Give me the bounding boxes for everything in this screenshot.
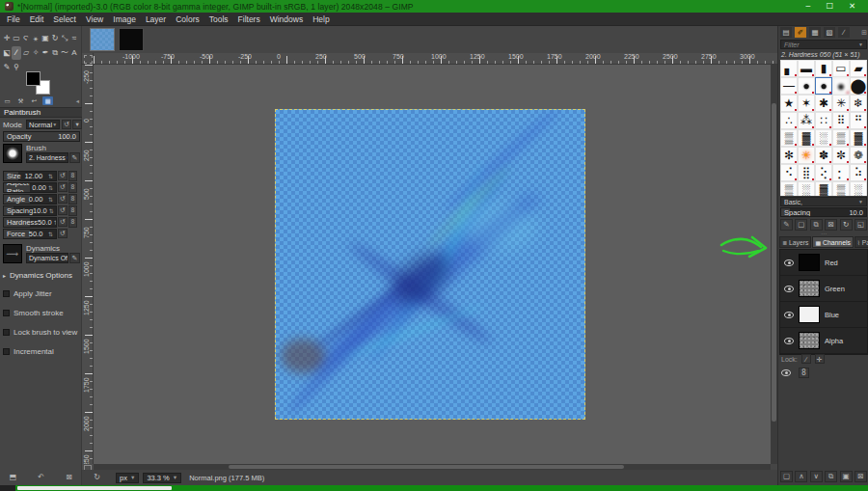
menu-layer[interactable]: Layer [141, 14, 171, 24]
brush-cell-19[interactable]: ⠛ [850, 112, 867, 129]
spinner-icon[interactable]: ⇅ [48, 196, 53, 203]
bucket-fill-tool[interactable]: ⬕ [2, 46, 12, 60]
brush-cell-39[interactable]: ░ [850, 181, 867, 196]
menu-filters[interactable]: Filters [233, 14, 265, 24]
zoom-tool[interactable]: ⚲ [12, 61, 21, 74]
undo-history-tab-icon[interactable]: ↩ [29, 96, 40, 105]
brush-cell-10[interactable]: ★ [780, 95, 798, 112]
dockable-menu-icon[interactable]: ⊞ [861, 29, 867, 37]
text-tool[interactable]: A [69, 46, 79, 60]
brush-cell-7[interactable]: ● [815, 77, 832, 95]
lower-channel-button[interactable]: ∨ [810, 471, 823, 482]
menu-select[interactable]: Select [48, 14, 81, 24]
chain-icon[interactable]: 8 [799, 368, 809, 378]
ruler-corner-button[interactable] [82, 53, 94, 65]
minimize-button[interactable]: – [806, 0, 811, 13]
brush-cell-8[interactable]: ● [832, 77, 850, 95]
channel-row-green[interactable]: Green [780, 276, 867, 302]
slider-spacing[interactable]: Spacing10.0⇅ [3, 205, 57, 216]
brush-cell-2[interactable]: ▮ [815, 60, 832, 77]
brush-cell-16[interactable]: ⁂ [798, 112, 815, 129]
tab-paths[interactable]: ⌇Paths [854, 236, 868, 248]
dock-menu-icon[interactable]: ◂ [76, 97, 79, 105]
patterns-dock-icon[interactable]: ▦ [809, 27, 821, 38]
transform-tool[interactable]: ↻ [50, 32, 60, 45]
reset-icon[interactable]: ↺ [58, 171, 68, 180]
reset-icon[interactable]: ↺ [58, 229, 68, 238]
restore-tool-preset-button[interactable]: ↶ [36, 472, 46, 482]
spinner-icon[interactable]: ⇅ [54, 219, 57, 226]
brush-cell-31[interactable]: ⣿ [798, 164, 815, 181]
crop-tool[interactable]: ▣ [41, 32, 50, 45]
brush-cell-4[interactable]: ▰ [850, 60, 867, 77]
reset-icon[interactable]: ↺ [58, 217, 68, 227]
brush-cell-38[interactable]: ▒ [832, 181, 850, 196]
unit-select[interactable]: px ▼ [116, 473, 139, 483]
edit-dynamics-icon[interactable]: ✎ [69, 253, 80, 263]
brush-cell-23[interactable]: ▒ [832, 129, 850, 147]
brush-name[interactable]: 2. Hardness 050 [26, 152, 68, 163]
visibility-eye-icon[interactable] [784, 286, 794, 292]
duplicate-channel-button[interactable]: ⧉ [825, 471, 837, 482]
raise-channel-button[interactable]: ∧ [795, 471, 807, 482]
brush-cell-26[interactable]: ☀ [798, 147, 815, 164]
visibility-eye-icon[interactable] [784, 259, 794, 266]
refresh-brushes-button[interactable]: ↻ [840, 219, 853, 231]
brushes-dock-icon[interactable]: ✐ [795, 27, 806, 38]
slider-force[interactable]: Force50.0⇅ [3, 229, 57, 239]
pencil-tool[interactable]: ✎ [2, 61, 12, 74]
brush-cell-21[interactable]: ▓ [798, 129, 815, 147]
brush-cell-36[interactable]: ░ [798, 181, 815, 196]
foreground-color-swatch[interactable] [26, 71, 41, 86]
slider-aspect-ratio[interactable]: Aspect Ratio0.00⇅ [3, 182, 57, 193]
reset-icon[interactable]: ↺ [58, 194, 68, 204]
menu-image[interactable]: Image [108, 14, 141, 24]
menu-tools[interactable]: Tools [204, 14, 233, 24]
edit-brush-icon[interactable]: ✎ [69, 152, 80, 163]
visibility-eye-icon[interactable] [784, 338, 794, 344]
spinner-icon[interactable]: ⇅ [48, 173, 53, 179]
link-icon[interactable]: 8 [68, 194, 77, 205]
tool-options-dock-icon[interactable]: ▤ [780, 27, 792, 38]
brush-cell-27[interactable]: ✽ [815, 147, 832, 164]
brush-cell-9[interactable]: ⬤ [850, 77, 867, 95]
brush-cell-15[interactable]: ∴ [780, 112, 798, 129]
edit-brush-button[interactable]: ✎ [780, 219, 793, 231]
brush-cell-17[interactable]: ∷ [815, 112, 832, 129]
brush-cell-35[interactable]: ▒ [780, 181, 798, 196]
link-icon[interactable]: 8 [68, 205, 77, 216]
canvas-viewport[interactable] [94, 65, 771, 464]
visibility-eye-icon[interactable] [784, 312, 794, 318]
slider-size[interactable]: Size12.00⇅ [3, 171, 57, 181]
brush-thumbnail[interactable] [3, 144, 22, 163]
reset-icon[interactable]: ↺ [58, 182, 68, 192]
menu-file[interactable]: File [2, 14, 25, 24]
dynamics-value[interactable]: Dynamics Off [26, 253, 68, 263]
device-status-tab-icon[interactable]: ⚒ [15, 96, 26, 105]
checkbox[interactable] [3, 310, 10, 316]
brush-cell-28[interactable]: ✼ [832, 147, 850, 164]
rectangle-select-tool[interactable]: ▭ [12, 32, 21, 45]
mode-reset-button[interactable]: ↺ [62, 120, 71, 129]
checkbox[interactable] [3, 329, 10, 336]
tab-channels[interactable]: ▦Channels [812, 236, 853, 248]
link-icon[interactable]: 8 [68, 171, 77, 181]
brush-tag-field[interactable]: Basic, ▼ [780, 197, 867, 206]
horizontal-scrollbar-thumb[interactable] [229, 465, 624, 469]
lock-position-button[interactable]: ✛ [815, 354, 825, 364]
menu-help[interactable]: Help [308, 14, 334, 24]
brush-cell-32[interactable]: ⢕ [815, 164, 832, 181]
image-tab-normal[interactable] [90, 28, 115, 51]
brush-cell-0[interactable]: ▖ [780, 60, 798, 77]
brush-filter-field[interactable]: Filter ▼ [780, 40, 867, 49]
brush-spacing-slider[interactable]: Spacing 10.0 [780, 207, 867, 217]
brush-cell-34[interactable]: ⠵ [850, 164, 867, 181]
brush-cell-1[interactable]: ▬ [798, 60, 815, 77]
menu-windows[interactable]: Windows [265, 14, 308, 24]
reset-tool-options-button[interactable]: ↻ [92, 472, 102, 482]
menu-colors[interactable]: Colors [171, 14, 204, 24]
move-tool[interactable]: ✛ [2, 32, 12, 45]
channel-to-selection-button[interactable]: ▣ [840, 471, 853, 482]
brush-cell-30[interactable]: ⠪ [780, 164, 798, 181]
image-tab-black[interactable] [119, 28, 144, 51]
